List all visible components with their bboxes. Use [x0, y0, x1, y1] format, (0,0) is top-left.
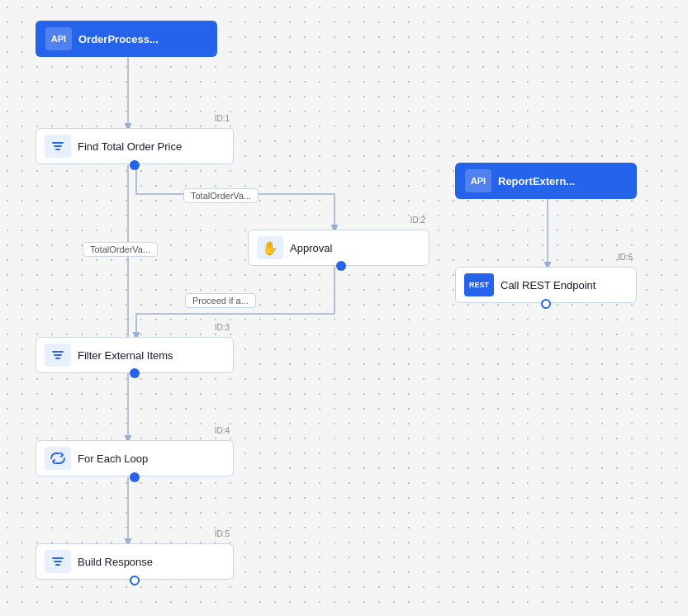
find-total-label: Find Total Order Price — [78, 140, 182, 153]
total-order-va-label-1: TotalOrderVa... — [183, 188, 259, 203]
build-id: ID:5 — [215, 529, 230, 538]
find-total-id: ID:1 — [215, 114, 230, 123]
dot-rest-bottom — [541, 299, 551, 309]
filter-ext-label: Filter External Items — [78, 349, 173, 362]
report-extern-label: ReportExtern... — [498, 175, 575, 187]
loop-icon — [45, 447, 71, 470]
filter-ext-id: ID:3 — [215, 323, 230, 332]
for-each-loop-node[interactable]: ID:4 For Each Loop — [36, 440, 234, 476]
approval-label: Approval — [290, 242, 332, 254]
total-order-va-label-2: TotalOrderVa... — [83, 242, 158, 257]
rest-icon: REST — [464, 273, 494, 296]
approval-id: ID:2 — [410, 216, 425, 225]
proceed-label: Proceed if a... — [185, 293, 256, 308]
dot-approval-bottom — [336, 261, 346, 271]
api-icon: API — [45, 27, 72, 50]
foreach-id: ID:4 — [215, 426, 230, 435]
call-rest-label: Call REST Endpoint — [501, 279, 595, 291]
dot-foreach-bottom — [130, 472, 140, 482]
approval-icon: ✋ — [257, 236, 283, 259]
find-total-order-price-node[interactable]: ID:1 Find Total Order Price — [36, 128, 234, 164]
build-response-node[interactable]: ID:5 Build Response — [36, 543, 234, 580]
report-extern-node[interactable]: API ReportExtern... — [455, 163, 637, 199]
api-icon-2: API — [465, 169, 491, 192]
filter-icon-1 — [45, 135, 71, 158]
order-process-node[interactable]: API OrderProcess... — [36, 21, 217, 57]
call-rest-endpoint-node[interactable]: ID:6 REST Call REST Endpoint — [455, 267, 637, 303]
build-label: Build Response — [78, 556, 153, 568]
call-rest-id: ID:6 — [618, 253, 633, 262]
dot-find-total-bottom — [130, 160, 140, 170]
foreach-label: For Each Loop — [78, 453, 148, 465]
filter-icon-2 — [45, 344, 71, 367]
build-icon — [45, 550, 71, 573]
dot-filter-ext-bottom — [130, 368, 140, 378]
order-process-label: OrderProcess... — [78, 33, 159, 45]
dot-build-bottom — [130, 576, 140, 585]
